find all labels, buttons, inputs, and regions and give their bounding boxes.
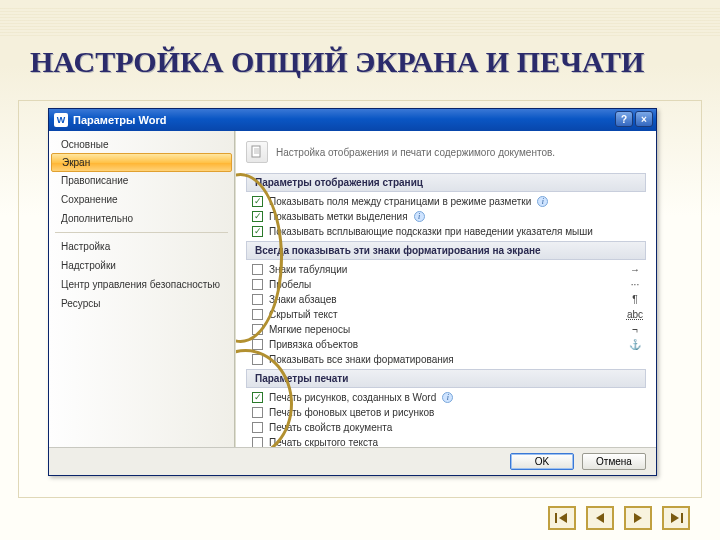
option-label: Показывать все знаки форматирования: [269, 354, 454, 365]
checkbox-icon[interactable]: ✓: [252, 211, 263, 222]
option-label: Мягкие переносы: [269, 324, 350, 335]
sidebar-separator: [55, 232, 228, 233]
checkbox-icon[interactable]: ✓: [252, 324, 263, 335]
nav-next-button[interactable]: [624, 506, 652, 530]
checkbox-icon[interactable]: ✓: [252, 339, 263, 350]
opt-print-drawings[interactable]: ✓ Печать рисунков, созданных в Word i: [246, 390, 646, 405]
category-sidebar: Основные Экран Правописание Сохранение Д…: [49, 131, 235, 447]
symbol-preview: →: [626, 264, 644, 275]
opt-hidden-text[interactable]: ✓ Скрытый текст abc: [246, 307, 646, 322]
option-label: Печать скрытого текста: [269, 437, 378, 447]
checkbox-icon[interactable]: ✓: [252, 354, 263, 365]
option-label: Знаки абзацев: [269, 294, 337, 305]
opt-print-bgcolors[interactable]: ✓ Печать фоновых цветов и рисунков: [246, 405, 646, 420]
checkbox-icon[interactable]: ✓: [252, 309, 263, 320]
sidebar-item-trustcenter[interactable]: Центр управления безопасностью: [49, 275, 234, 294]
svg-rect-1: [555, 513, 557, 523]
checkbox-icon[interactable]: ✓: [252, 294, 263, 305]
symbol-preview: abc: [626, 309, 644, 320]
section-formatting-marks: Всегда показывать эти знаки форматирован…: [246, 241, 646, 260]
symbol-preview: ¬: [626, 324, 644, 335]
sidebar-item-general[interactable]: Основные: [49, 135, 234, 154]
help-button[interactable]: ?: [615, 111, 633, 127]
svg-marker-4: [634, 513, 642, 523]
checkbox-icon[interactable]: ✓: [252, 422, 263, 433]
dialog-title: Параметры Word: [73, 114, 166, 126]
info-icon[interactable]: i: [442, 392, 453, 403]
option-label: Печать рисунков, созданных в Word: [269, 392, 436, 403]
opt-print-hidden[interactable]: ✓ Печать скрытого текста: [246, 435, 646, 447]
checkbox-icon[interactable]: ✓: [252, 279, 263, 290]
option-label: Печать свойств документа: [269, 422, 392, 433]
content-description: Настройка отображения и печати содержимо…: [276, 147, 555, 158]
content-pane: Настройка отображения и печати содержимо…: [235, 131, 656, 447]
slide-navbar: [548, 506, 690, 530]
checkbox-icon[interactable]: ✓: [252, 196, 263, 207]
nav-first-button[interactable]: [548, 506, 576, 530]
checkbox-icon[interactable]: ✓: [252, 407, 263, 418]
svg-marker-5: [671, 513, 679, 523]
opt-show-whitespace[interactable]: ✓ Показывать поля между страницами в реж…: [246, 194, 646, 209]
sidebar-item-save[interactable]: Сохранение: [49, 190, 234, 209]
sidebar-item-addins[interactable]: Надстройки: [49, 256, 234, 275]
opt-spaces[interactable]: ✓ Пробелы ···: [246, 277, 646, 292]
opt-show-tooltips[interactable]: ✓ Показывать всплывающие подсказки при н…: [246, 224, 646, 239]
word-options-dialog: W Параметры Word ? × Основные Экран Прав…: [48, 108, 657, 476]
checkbox-icon[interactable]: ✓: [252, 392, 263, 403]
close-button[interactable]: ×: [635, 111, 653, 127]
info-icon[interactable]: i: [414, 211, 425, 222]
option-label: Показывать всплывающие подсказки при нав…: [269, 226, 593, 237]
opt-print-properties[interactable]: ✓ Печать свойств документа: [246, 420, 646, 435]
slide-title: НАСТРОЙКА ОПЦИЙ ЭКРАНА И ПЕЧАТИ: [30, 46, 644, 78]
opt-paragraph-marks[interactable]: ✓ Знаки абзацев ¶: [246, 292, 646, 307]
svg-rect-6: [681, 513, 683, 523]
symbol-preview: ¶: [626, 294, 644, 305]
dialog-buttonbar: OK Отмена: [49, 447, 656, 475]
page-icon: [246, 141, 268, 163]
info-icon[interactable]: i: [537, 196, 548, 207]
option-label: Скрытый текст: [269, 309, 338, 320]
option-label: Показывать метки выделения: [269, 211, 408, 222]
nav-prev-button[interactable]: [586, 506, 614, 530]
opt-show-highlight[interactable]: ✓ Показывать метки выделения i: [246, 209, 646, 224]
option-label: Знаки табуляции: [269, 264, 347, 275]
symbol-preview: ⚓: [626, 339, 644, 350]
ok-button[interactable]: OK: [510, 453, 574, 470]
checkbox-icon[interactable]: ✓: [252, 437, 263, 447]
sidebar-item-resources[interactable]: Ресурсы: [49, 294, 234, 313]
option-label: Пробелы: [269, 279, 311, 290]
opt-soft-hyphens[interactable]: ✓ Мягкие переносы ¬: [246, 322, 646, 337]
titlebar[interactable]: W Параметры Word ? ×: [49, 109, 656, 131]
app-icon: W: [54, 113, 68, 127]
nav-last-button[interactable]: [662, 506, 690, 530]
option-label: Печать фоновых цветов и рисунков: [269, 407, 434, 418]
option-label: Привязка объектов: [269, 339, 358, 350]
section-page-display: Параметры отображения страниц: [246, 173, 646, 192]
sidebar-item-proofing[interactable]: Правописание: [49, 171, 234, 190]
svg-marker-2: [559, 513, 567, 523]
symbol-preview: ···: [626, 279, 644, 290]
checkbox-icon[interactable]: ✓: [252, 226, 263, 237]
opt-tab-marks[interactable]: ✓ Знаки табуляции →: [246, 262, 646, 277]
sidebar-item-advanced[interactable]: Дополнительно: [49, 209, 234, 228]
opt-show-all-marks[interactable]: ✓ Показывать все знаки форматирования: [246, 352, 646, 367]
section-printing: Параметры печати: [246, 369, 646, 388]
decorative-stripes: [0, 8, 720, 38]
opt-object-anchors[interactable]: ✓ Привязка объектов ⚓: [246, 337, 646, 352]
sidebar-item-customize[interactable]: Настройка: [49, 237, 234, 256]
svg-marker-3: [596, 513, 604, 523]
checkbox-icon[interactable]: ✓: [252, 264, 263, 275]
cancel-button[interactable]: Отмена: [582, 453, 646, 470]
option-label: Показывать поля между страницами в режим…: [269, 196, 531, 207]
sidebar-item-display[interactable]: Экран: [51, 153, 232, 172]
